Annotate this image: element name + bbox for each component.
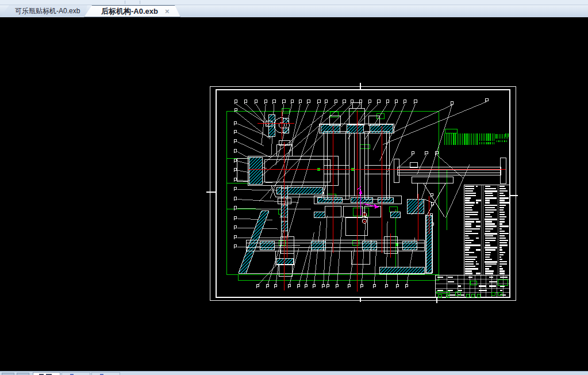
- layout-tab-1[interactable]: [62, 372, 90, 375]
- bottom-tab-strip: [0, 371, 588, 375]
- document-tabbar: 可乐瓶贴标机-A0.exb 后标机构-A0.exb ×: [0, 0, 588, 17]
- strip-separator: [125, 1, 125, 4]
- tab-label: 可乐瓶贴标机-A0.exb: [15, 6, 80, 16]
- model-tab[interactable]: [33, 372, 60, 375]
- technical-notes: [444, 129, 508, 146]
- application-window: { "tabs": [ {"label": "可乐瓶贴标机-A0.exb", "…: [0, 0, 588, 375]
- strip-separator: [140, 1, 140, 4]
- cad-viewport[interactable]: [0, 17, 588, 371]
- sheet-nav-button[interactable]: [17, 373, 29, 375]
- tabbar-top-strip: [0, 0, 588, 5]
- title-block: [436, 275, 510, 297]
- parts-list-table: [464, 185, 510, 275]
- tab-rear-label-mechanism[interactable]: 后标机构-A0.exb ×: [84, 5, 180, 17]
- tab-cola-labeler[interactable]: 可乐瓶贴标机-A0.exb: [0, 5, 87, 17]
- tab-label: 后标机构-A0.exb: [101, 6, 158, 17]
- hatched-sections: [239, 115, 432, 274]
- cad-canvas[interactable]: [0, 17, 588, 371]
- document-tabs: 可乐瓶贴标机-A0.exb 后标机构-A0.exb ×: [0, 5, 588, 18]
- close-icon[interactable]: ×: [165, 7, 170, 15]
- sheet-nav-button[interactable]: [2, 373, 14, 375]
- layout-tab-2[interactable]: [91, 372, 120, 375]
